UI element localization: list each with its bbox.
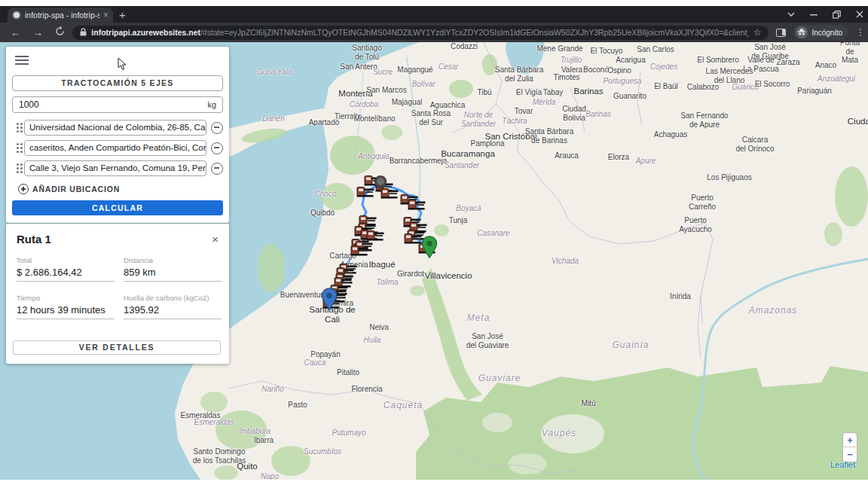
close-window-icon[interactable] <box>856 11 863 18</box>
plus-circle-icon <box>18 184 29 194</box>
location-row: Universidad Nacional de Colombia, 26-85,… <box>12 120 223 136</box>
time-field: Tiempo 12 hours 39 minutes <box>17 294 115 319</box>
total-field: Total $ 2.686.164,42 <box>17 256 115 282</box>
mouse-cursor <box>118 57 127 74</box>
browser-window: infotrip-spa - infotrip-spa × + ← → info… <box>0 0 868 488</box>
time-label: Tiempo <box>17 294 115 302</box>
browser-toolbar: ← → infotripapi.azurewebsites.net/#state… <box>0 23 868 42</box>
truck-marker[interactable] <box>381 188 399 200</box>
destination-pin-blue[interactable] <box>321 288 338 310</box>
window-bottom-margin <box>0 480 868 488</box>
remove-location-icon[interactable] <box>211 163 223 175</box>
back-button[interactable]: ← <box>9 26 22 38</box>
zoom-in-button[interactable]: + <box>843 433 857 447</box>
distance-value: 859 km <box>124 267 222 282</box>
distance-field: Distancia 859 km <box>124 256 222 282</box>
url-domain: infotripapi.azurewebsites.net <box>91 28 200 37</box>
total-label: Total <box>17 256 115 264</box>
add-location-label: AÑADIR UBICACION <box>32 185 120 194</box>
truck-marker[interactable] <box>408 199 426 211</box>
drag-handle-icon[interactable] <box>12 123 23 133</box>
restore-icon[interactable] <box>833 11 841 19</box>
reload-button[interactable] <box>53 26 66 38</box>
truck-marker[interactable] <box>356 186 374 198</box>
route-start-marker[interactable] <box>374 175 387 188</box>
drag-handle-icon[interactable] <box>12 163 23 173</box>
carbon-field: Huella de carbono (kgCo2) 1395.92 <box>124 294 222 319</box>
drag-handle-icon[interactable] <box>12 143 23 153</box>
close-route-card-icon[interactable]: × <box>212 233 219 246</box>
total-value: $ 2.686.164,42 <box>17 267 115 282</box>
weight-value[interactable]: 1000 <box>19 99 207 110</box>
url-text: infotripapi.azurewebsites.net/#state=eyJ… <box>91 28 748 37</box>
weight-field[interactable]: 1000 kg <box>12 96 223 113</box>
browser-menu-icon[interactable]: ⋮ <box>856 27 865 38</box>
url-path: /#state=eyJpZCI6IjZlNTNiNzNmLTQyOTEtNGJh… <box>200 28 749 37</box>
distance-label: Distancia <box>124 256 222 264</box>
truck-marker[interactable] <box>350 245 368 257</box>
remove-location-icon[interactable] <box>211 122 223 134</box>
favicon-icon <box>12 11 21 20</box>
map-zoom-control: + − <box>842 432 857 462</box>
tab-search-chevron-icon[interactable] <box>787 12 795 17</box>
window-top-margin <box>0 0 868 6</box>
carbon-value: 1395.92 <box>124 304 222 319</box>
add-location-button[interactable]: AÑADIR UBICACION <box>18 184 223 194</box>
location-row: Calle 3, Viejo San Fernando, Comuna 19, … <box>12 160 223 176</box>
location-input-2[interactable]: caseritos, Anden Compartido Peatón-Bici,… <box>24 140 206 156</box>
browser-tab[interactable]: infotrip-spa - infotrip-spa × <box>8 8 113 23</box>
carbon-label: Huella de carbono (kgCo2) <box>124 294 222 302</box>
view-details-button[interactable]: VER DETALLES <box>13 340 221 355</box>
lock-icon <box>80 26 87 39</box>
leaflet-attribution-link[interactable]: Leaflet <box>830 460 855 469</box>
calculate-button[interactable]: CALCULAR <box>12 200 223 215</box>
remove-location-icon[interactable] <box>211 142 223 154</box>
location-row: caseritos, Anden Compartido Peatón-Bici,… <box>12 140 223 156</box>
forward-button[interactable]: → <box>31 26 44 38</box>
incognito-label: Incógnito <box>811 29 842 37</box>
side-panel-icon[interactable] <box>776 29 786 37</box>
location-input-1[interactable]: Universidad Nacional de Colombia, 26-85,… <box>24 120 206 136</box>
tab-bar: infotrip-spa - infotrip-spa × + <box>0 6 868 23</box>
new-tab-button[interactable]: + <box>119 8 126 22</box>
incognito-badge: Incógnito <box>793 25 848 40</box>
time-value: 12 hours 39 minutes <box>17 304 115 319</box>
route-result-card: Ruta 1 × Total $ 2.686.164,42 Distancia … <box>6 224 229 364</box>
map-canvas[interactable]: Santiago de TolúSan AnteroSucreMaganguéC… <box>0 42 868 480</box>
incognito-icon <box>796 26 808 38</box>
hamburger-menu-icon[interactable] <box>15 56 29 65</box>
minimize-icon[interactable] <box>810 11 818 18</box>
weight-unit-label: kg <box>207 100 216 109</box>
destination-pin-green[interactable] <box>421 236 438 258</box>
vehicle-type-button[interactable]: TRACTOCAMIÓN 5 EJES <box>12 75 223 91</box>
location-input-3[interactable]: Calle 3, Viejo San Fernando, Comuna 19, … <box>24 160 206 176</box>
address-bar[interactable]: infotripapi.azurewebsites.net/#state=eyJ… <box>72 26 769 40</box>
tab-title: infotrip-spa - infotrip-spa <box>25 11 99 20</box>
tab-close-icon[interactable]: × <box>103 10 108 20</box>
bookmark-star-icon[interactable]: ☆ <box>753 27 762 38</box>
route-card-title: Ruta 1 <box>17 233 51 246</box>
